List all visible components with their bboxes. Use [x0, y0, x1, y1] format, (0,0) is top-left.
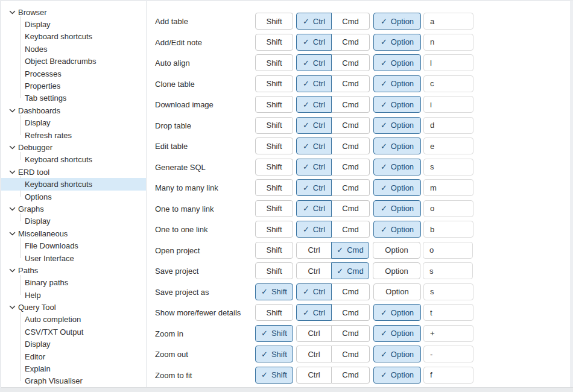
cmd-toggle-button[interactable]: ✓Cmd — [332, 75, 370, 92]
shortcut-key-input[interactable] — [423, 262, 473, 279]
tree-item[interactable]: Editor — [1, 350, 146, 362]
cmd-toggle-button[interactable]: ✓Cmd — [332, 346, 370, 362]
option-toggle-button[interactable]: ✓Option — [373, 54, 421, 71]
chevron-down-icon[interactable] — [8, 267, 16, 274]
shortcut-key-input[interactable] — [423, 96, 473, 113]
shift-toggle-button[interactable]: ✓Shift — [255, 200, 293, 217]
option-toggle-button[interactable]: ✓Option — [373, 283, 421, 300]
shift-toggle-button[interactable]: ✓Shift — [255, 367, 293, 384]
shift-toggle-button[interactable]: ✓Shift — [255, 179, 293, 196]
ctrl-toggle-button[interactable]: ✓Ctrl — [296, 346, 332, 362]
ctrl-toggle-button[interactable]: ✓Ctrl — [296, 221, 332, 238]
shift-toggle-button[interactable]: ✓Shift — [255, 242, 293, 259]
ctrl-toggle-button[interactable]: ✓Ctrl — [296, 283, 332, 300]
shortcut-key-input[interactable] — [423, 304, 473, 321]
shortcut-key-input[interactable] — [423, 138, 473, 154]
tree-parent-item[interactable]: Miscellaneous — [1, 227, 146, 239]
ctrl-toggle-button[interactable]: ✓Ctrl — [296, 200, 332, 217]
tree-parent-item[interactable]: Query Tool — [1, 301, 146, 313]
tree-parent-item[interactable]: ERD tool — [1, 166, 146, 178]
option-toggle-button[interactable]: ✓Option — [373, 346, 421, 362]
tree-item[interactable]: Refresh rates — [1, 129, 146, 141]
shift-toggle-button[interactable]: ✓Shift — [255, 13, 293, 30]
ctrl-toggle-button[interactable]: ✓Ctrl — [296, 117, 332, 134]
chevron-down-icon[interactable] — [8, 107, 16, 114]
ctrl-toggle-button[interactable]: ✓Ctrl — [296, 325, 332, 342]
option-toggle-button[interactable]: ✓Option — [373, 117, 421, 134]
tree-item[interactable]: Help — [1, 289, 146, 301]
shortcut-key-input[interactable] — [423, 34, 473, 51]
option-toggle-button[interactable]: ✓Option — [373, 304, 421, 321]
shift-toggle-button[interactable]: ✓Shift — [255, 96, 293, 113]
tree-item[interactable]: Options — [1, 191, 146, 203]
option-toggle-button[interactable]: ✓Option — [373, 221, 421, 238]
tree-parent-item[interactable]: Debugger — [1, 141, 146, 153]
chevron-down-icon[interactable] — [8, 304, 16, 311]
cmd-toggle-button[interactable]: ✓Cmd — [332, 304, 370, 321]
option-toggle-button[interactable]: ✓Option — [373, 159, 421, 175]
ctrl-toggle-button[interactable]: ✓Ctrl — [296, 54, 332, 71]
cmd-toggle-button[interactable]: ✓Cmd — [332, 138, 370, 154]
ctrl-toggle-button[interactable]: ✓Ctrl — [296, 367, 332, 384]
option-toggle-button[interactable]: ✓Option — [373, 262, 420, 279]
shift-toggle-button[interactable]: ✓Shift — [255, 54, 293, 71]
shortcut-key-input[interactable] — [423, 242, 473, 259]
tree-parent-item[interactable]: Browser — [1, 6, 146, 18]
tree-item[interactable]: Keyboard shortcuts — [1, 154, 146, 166]
tree-item-selected[interactable]: Keyboard shortcuts — [1, 178, 146, 190]
shortcut-key-input[interactable] — [423, 346, 473, 362]
shift-toggle-button[interactable]: ✓Shift — [255, 346, 293, 362]
shortcut-key-input[interactable] — [423, 54, 473, 71]
tree-item[interactable]: Object Breadcrumbs — [1, 55, 146, 68]
cmd-toggle-button[interactable]: ✓Cmd — [332, 221, 370, 238]
chevron-down-icon[interactable] — [8, 144, 16, 151]
cmd-toggle-button[interactable]: ✓Cmd — [332, 117, 370, 134]
option-toggle-button[interactable]: ✓Option — [373, 34, 421, 51]
option-toggle-button[interactable]: ✓Option — [373, 96, 421, 113]
option-toggle-button[interactable]: ✓Option — [373, 325, 421, 342]
shortcut-key-input[interactable] — [423, 367, 473, 384]
ctrl-toggle-button[interactable]: ✓Ctrl — [296, 138, 332, 154]
tree-item[interactable]: Keyboard shortcuts — [1, 31, 146, 43]
cmd-toggle-button[interactable]: ✓Cmd — [332, 96, 370, 113]
cmd-toggle-button[interactable]: ✓Cmd — [331, 242, 369, 259]
shift-toggle-button[interactable]: ✓Shift — [255, 34, 293, 51]
tree-item[interactable]: Explain — [1, 362, 146, 375]
ctrl-toggle-button[interactable]: ✓Ctrl — [296, 262, 332, 279]
shift-toggle-button[interactable]: ✓Shift — [255, 159, 293, 175]
shortcut-key-input[interactable] — [423, 75, 473, 92]
option-toggle-button[interactable]: ✓Option — [373, 13, 421, 30]
cmd-toggle-button[interactable]: ✓Cmd — [332, 13, 370, 30]
chevron-down-icon[interactable] — [8, 206, 16, 212]
cmd-toggle-button[interactable]: ✓Cmd — [332, 325, 370, 342]
shift-toggle-button[interactable]: ✓Shift — [255, 75, 293, 92]
tree-parent-item[interactable]: Dashboards — [1, 104, 146, 116]
ctrl-toggle-button[interactable]: ✓Ctrl — [296, 304, 332, 321]
ctrl-toggle-button[interactable]: ✓Ctrl — [296, 96, 332, 113]
option-toggle-button[interactable]: ✓Option — [373, 367, 421, 384]
chevron-down-icon[interactable] — [8, 230, 16, 237]
tree-item[interactable]: Graph Visualiser — [1, 375, 146, 387]
shortcut-key-input[interactable] — [423, 283, 473, 300]
tree-item[interactable]: Binary paths — [1, 277, 146, 289]
option-toggle-button[interactable]: ✓Option — [373, 242, 420, 259]
ctrl-toggle-button[interactable]: ✓Ctrl — [296, 159, 332, 175]
shift-toggle-button[interactable]: ✓Shift — [255, 138, 293, 154]
ctrl-toggle-button[interactable]: ✓Ctrl — [296, 13, 332, 30]
tree-item[interactable]: Properties — [1, 80, 146, 92]
ctrl-toggle-button[interactable]: ✓Ctrl — [296, 34, 332, 51]
cmd-toggle-button[interactable]: ✓Cmd — [332, 367, 370, 384]
shortcut-key-input[interactable] — [423, 221, 473, 238]
ctrl-toggle-button[interactable]: ✓Ctrl — [296, 75, 332, 92]
chevron-down-icon[interactable] — [8, 169, 16, 175]
tree-item[interactable]: Display — [1, 117, 146, 129]
tree-parent-item[interactable]: Graphs — [1, 203, 146, 215]
tree-item[interactable]: User Interface — [1, 252, 146, 264]
cmd-toggle-button[interactable]: ✓Cmd — [332, 283, 370, 300]
option-toggle-button[interactable]: ✓Option — [373, 200, 421, 217]
cmd-toggle-button[interactable]: ✓Cmd — [332, 34, 370, 51]
cmd-toggle-button[interactable]: ✓Cmd — [332, 54, 370, 71]
shortcut-key-input[interactable] — [423, 200, 473, 217]
chevron-down-icon[interactable] — [8, 9, 16, 16]
tree-item[interactable]: Display — [1, 18, 146, 30]
